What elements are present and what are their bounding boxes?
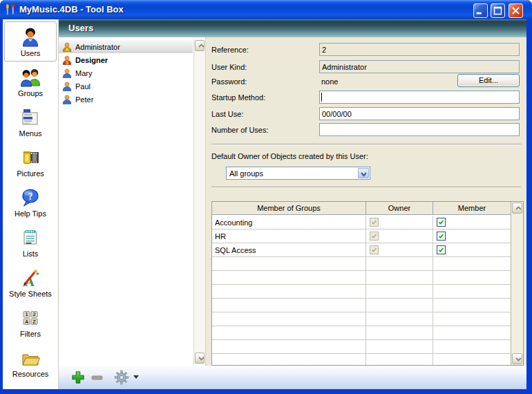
reference-label: Reference: xyxy=(211,46,249,54)
owner-cell xyxy=(365,354,433,365)
title-bar[interactable]: MyMusic.4DB - Tool Box xyxy=(0,0,532,19)
sidebar-item-help-tips[interactable]: ?Help Tips xyxy=(4,182,57,222)
user-icon xyxy=(62,82,72,91)
member-checkbox[interactable] xyxy=(437,232,446,241)
plus-icon xyxy=(71,370,85,384)
sidebar-item-label: Filters xyxy=(20,330,41,338)
maximize-button[interactable] xyxy=(491,3,505,18)
empty-row[interactable] xyxy=(212,299,511,312)
member-cell xyxy=(433,257,511,270)
table-scrollbar[interactable] xyxy=(511,202,523,365)
minimize-button[interactable] xyxy=(473,3,488,18)
password-label: Password: xyxy=(211,77,247,86)
dropdown-button[interactable] xyxy=(358,168,369,178)
pictures-icon xyxy=(19,147,41,169)
sidebar-item-resources[interactable]: Resources xyxy=(4,342,57,382)
user-list-item[interactable]: AAdministrator xyxy=(59,40,193,53)
group-row[interactable]: HR xyxy=(212,229,511,243)
filters-icon: 12AZ xyxy=(19,307,41,329)
owner-checkbox[interactable] xyxy=(370,232,379,241)
separator xyxy=(211,144,521,145)
owner-checkbox[interactable] xyxy=(370,245,379,254)
style-sheets-icon: A xyxy=(19,267,41,289)
user-list-item[interactable]: Peter xyxy=(59,93,193,106)
sidebar-item-label: Users xyxy=(21,49,41,57)
group-name xyxy=(212,257,365,270)
number-of-uses-input[interactable] xyxy=(319,123,520,136)
default-owner-dropdown[interactable]: All groups xyxy=(226,167,370,180)
svg-text:A: A xyxy=(25,318,29,324)
user-detail-panel: Reference: 2 User Kind: Administrator Pa… xyxy=(205,37,526,366)
empty-row[interactable] xyxy=(212,285,511,299)
owner-cell xyxy=(365,257,433,270)
user-list-item[interactable]: SDesigner xyxy=(59,53,193,66)
group-name xyxy=(212,354,365,365)
group-row[interactable]: SQL Access xyxy=(212,243,511,257)
owner-cell xyxy=(365,312,433,326)
sidebar-item-users[interactable]: Users xyxy=(4,21,57,62)
user-list-item[interactable]: Paul xyxy=(59,79,193,93)
sidebar-item-style-sheets[interactable]: AStyle Sheets xyxy=(4,262,57,302)
member-cell xyxy=(433,285,511,298)
close-button[interactable] xyxy=(509,3,523,18)
empty-row[interactable] xyxy=(212,312,511,326)
empty-row[interactable] xyxy=(212,326,511,340)
empty-row[interactable] xyxy=(212,340,511,354)
number-of-uses-row: Number of Uses: xyxy=(211,123,520,136)
sidebar-item-menus[interactable]: Menus xyxy=(4,102,57,142)
member-cell xyxy=(433,326,511,339)
sidebar-item-label: Help Tips xyxy=(15,209,46,218)
empty-row[interactable] xyxy=(212,257,511,271)
chevron-down-icon xyxy=(361,173,366,176)
startup-method-label: Startup Method: xyxy=(211,93,265,102)
page-title: Users xyxy=(59,19,526,37)
actions-menu-button[interactable] xyxy=(114,370,129,385)
sidebar-item-groups[interactable]: Groups xyxy=(4,62,57,102)
group-row[interactable]: Accounting xyxy=(212,216,511,229)
password-edit-button[interactable]: Edit... xyxy=(457,74,520,87)
member-checkbox[interactable] xyxy=(437,218,446,227)
empty-row[interactable] xyxy=(212,354,511,365)
scroll-down-button[interactable] xyxy=(512,353,522,364)
sidebar-item-filters[interactable]: 12AZFilters xyxy=(4,302,57,342)
last-use-input[interactable]: 00/00/00 xyxy=(319,107,520,120)
column-owner[interactable]: Owner xyxy=(365,202,433,215)
owner-cell xyxy=(365,299,433,312)
svg-text:2: 2 xyxy=(33,311,36,317)
column-member-of-groups[interactable]: Member of Groups xyxy=(212,202,365,215)
user-list: AAdministratorSDesignerMaryPaulPeter xyxy=(59,37,205,366)
user-name: Peter xyxy=(75,95,93,104)
user-name: Designer xyxy=(75,56,108,64)
scroll-up-button[interactable] xyxy=(512,203,522,214)
user-list-item[interactable]: Mary xyxy=(59,66,193,79)
sidebar-item-label: Style Sheets xyxy=(9,290,52,298)
add-user-button[interactable] xyxy=(71,370,85,384)
group-name: HR xyxy=(212,229,365,243)
menus-icon xyxy=(19,106,41,129)
svg-text:1: 1 xyxy=(26,311,28,317)
sidebar-item-pictures[interactable]: Pictures xyxy=(4,142,57,182)
separator xyxy=(211,187,521,188)
dropdown-value: All groups xyxy=(229,169,263,178)
sidebar-item-lists[interactable]: Lists xyxy=(4,222,57,262)
delete-user-button[interactable] xyxy=(91,370,104,384)
user-name: Administrator xyxy=(75,43,120,51)
minimize-icon xyxy=(477,12,482,15)
group-name: SQL Access xyxy=(212,243,365,256)
member-checkbox[interactable] xyxy=(437,245,446,254)
sidebar-item-label: Pictures xyxy=(17,169,44,178)
startup-method-input[interactable] xyxy=(319,91,520,104)
dropdown-arrow-icon[interactable] xyxy=(133,375,139,379)
users-icon xyxy=(19,26,41,48)
sidebar-item-label: Menus xyxy=(19,129,41,138)
lists-icon xyxy=(19,227,41,249)
empty-row[interactable] xyxy=(212,271,511,285)
user-list-scrollbar[interactable] xyxy=(193,39,205,364)
owner-cell xyxy=(365,243,433,256)
owner-checkbox[interactable] xyxy=(370,218,379,227)
password-value: none xyxy=(321,77,338,86)
member-cell xyxy=(433,243,511,256)
scroll-down-button[interactable] xyxy=(195,353,205,364)
scroll-up-button[interactable] xyxy=(195,40,205,51)
column-member[interactable]: Member xyxy=(433,202,511,215)
